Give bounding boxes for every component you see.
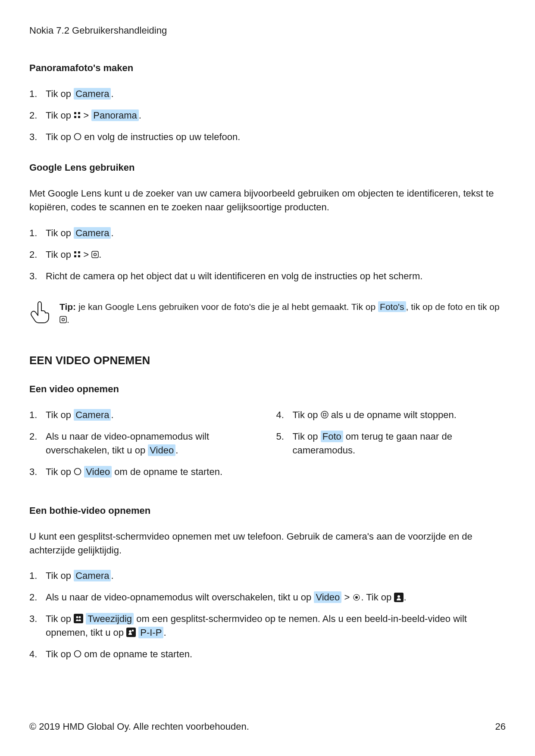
text: >	[81, 249, 91, 260]
text: Tik op	[46, 249, 74, 260]
text: Tik op	[46, 228, 74, 238]
list-item: Richt de camera op het object dat u wilt…	[29, 269, 506, 283]
heading-video-record: EEN VIDEO OPNEMEN	[29, 353, 506, 369]
svg-point-19	[76, 616, 78, 619]
ui-chip-camera: Camera	[74, 570, 111, 581]
ui-chip-video: Video	[314, 591, 341, 603]
svg-point-13	[75, 469, 81, 475]
text: .	[175, 445, 178, 456]
list-item: Tik op en volg de instructies op uw tele…	[29, 130, 506, 144]
svg-rect-7	[74, 255, 76, 257]
text: je kan Google Lens gebruiken voor de fot…	[76, 302, 378, 312]
svg-point-14	[321, 411, 328, 418]
text: .	[111, 570, 113, 581]
ui-chip-foto: Foto	[321, 431, 343, 442]
svg-rect-8	[78, 255, 80, 257]
list-item: Tik op Video om de opname te starten.	[29, 465, 259, 479]
dual-icon	[74, 614, 83, 623]
svg-point-23	[75, 651, 81, 657]
page-number: 26	[495, 720, 506, 734]
svg-rect-0	[74, 112, 76, 114]
svg-point-10	[94, 253, 97, 256]
svg-rect-15	[323, 413, 326, 416]
svg-rect-22	[132, 630, 134, 631]
text: als u de opname wilt stoppen.	[329, 409, 457, 420]
text: Tik op	[46, 649, 74, 659]
hand-point-icon	[29, 300, 50, 325]
ui-chip-camera: Camera	[74, 227, 111, 239]
tip-text: Tip: je kan Google Lens gebruiken voor d…	[59, 300, 506, 327]
list-item: Tik op Foto om terug te gaan naar de cam…	[276, 430, 506, 457]
ui-chip-pip: P-I-P	[138, 627, 163, 638]
svg-point-4	[75, 133, 81, 140]
text: .	[111, 88, 113, 99]
tip-callout: Tip: je kan Google Lens gebruiken voor d…	[29, 300, 506, 327]
steps-panorama: Tik op Camera. Tik op > Panorama. Tik op…	[29, 87, 506, 144]
text: om de opname te starten.	[81, 649, 192, 659]
svg-point-21	[129, 630, 131, 633]
pip-icon	[126, 628, 136, 637]
steps-google-lens: Tik op Camera. Tik op > . Richt de camer…	[29, 226, 506, 283]
text: . Tik op	[361, 592, 394, 603]
list-item: Tik op om de opname te starten.	[29, 647, 506, 661]
circle-icon	[74, 650, 81, 658]
circle-icon	[74, 133, 81, 141]
text: , tik op de foto en tik op	[406, 302, 500, 312]
text: Tik op	[46, 409, 74, 420]
text: .	[163, 627, 166, 638]
text: >	[341, 592, 352, 603]
text: Tik op	[46, 466, 74, 477]
svg-rect-1	[78, 112, 80, 114]
text: Tik op	[46, 110, 74, 121]
text: >	[81, 110, 91, 121]
text: .	[99, 249, 101, 260]
list-item: Als u naar de video-opnamemodus wilt ove…	[29, 590, 506, 604]
paragraph: U kunt een gesplitst-schermvideo opnemen…	[29, 530, 506, 557]
subheading-record-video: Een video opnemen	[29, 382, 506, 396]
heading-google-lens: Google Lens gebruiken	[29, 161, 506, 175]
svg-point-18	[397, 595, 400, 598]
text: Tik op	[293, 409, 321, 420]
grid-icon	[74, 112, 81, 119]
heading-bothie: Een bothie-video opnemen	[29, 504, 506, 518]
text: .	[111, 409, 113, 420]
text: Als u naar de video-opnamemodus wilt ove…	[46, 592, 314, 603]
svg-point-12	[62, 319, 65, 321]
steps-record-video-right: Tik op als u de opname wilt stoppen. Tik…	[276, 408, 506, 487]
text: Als u naar de video-opnamemodus wilt ove…	[46, 431, 209, 456]
list-item: Tik op > Panorama.	[29, 109, 506, 122]
list-item: Tik op Camera.	[29, 87, 506, 101]
text: .	[67, 315, 69, 325]
grid-icon	[74, 251, 81, 258]
text: Tik op	[46, 88, 74, 99]
svg-rect-3	[78, 116, 80, 118]
text: .	[404, 592, 406, 603]
text: Tik op	[46, 131, 74, 142]
lens-icon	[59, 316, 67, 323]
list-item: Tik op Tweezijdig om een gesplitst-scher…	[29, 612, 506, 640]
copyright-text: © 2019 HMD Global Oy. Alle rechten voorb…	[29, 720, 249, 734]
stop-in-circle-icon	[321, 411, 329, 419]
svg-point-20	[79, 616, 81, 619]
text: om de opname te starten.	[112, 466, 222, 477]
list-item: Tik op Camera.	[29, 226, 506, 240]
text: .	[139, 110, 141, 121]
svg-rect-6	[78, 251, 80, 253]
text: Tik op	[46, 613, 74, 624]
list-item: Tik op Camera.	[29, 408, 259, 422]
ui-chip-video: Video	[148, 444, 175, 456]
steps-record-video-left: Tik op Camera. Als u naar de video-opnam…	[29, 408, 259, 487]
list-item: Als u naar de video-opnamemodus wilt ove…	[29, 430, 259, 457]
page-footer: © 2019 HMD Global Oy. Alle rechten voorb…	[29, 720, 506, 734]
text: en volg de instructies op uw telefoon.	[81, 131, 240, 142]
list-item: Tik op Camera.	[29, 569, 506, 583]
ui-chip-camera: Camera	[74, 88, 111, 100]
circle-icon	[74, 468, 81, 475]
steps-bothie: Tik op Camera. Als u naar de video-opnam…	[29, 569, 506, 661]
ui-chip-fotos: Foto's	[378, 301, 406, 312]
text: .	[111, 228, 113, 238]
svg-rect-5	[74, 251, 76, 253]
svg-rect-9	[92, 251, 98, 258]
video-camera-icon	[352, 594, 361, 601]
svg-rect-11	[60, 316, 66, 323]
